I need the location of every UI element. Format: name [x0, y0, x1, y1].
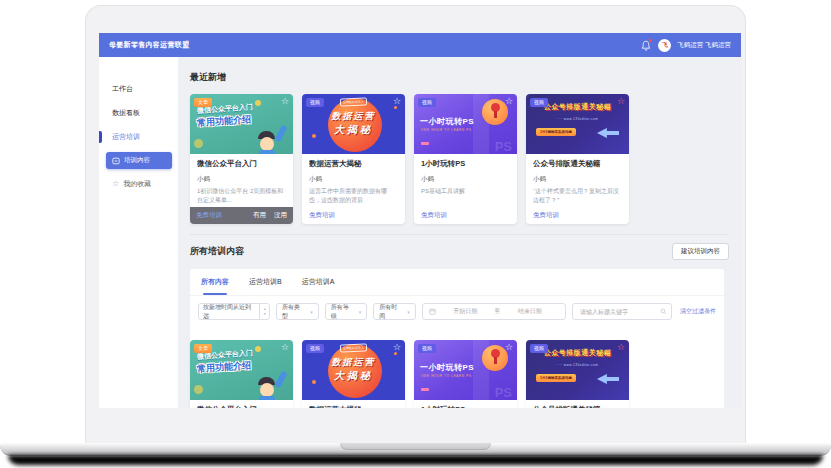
course-card[interactable]: 视频 ☆ 公众号排版通关秘籍 ···· www.135editor.com 1对…	[526, 94, 629, 224]
chevron-down-icon: ▾	[407, 309, 410, 315]
course-author: 小鹤	[533, 175, 622, 184]
sort-order-select[interactable]: 按新增时间从近到远 ▴▾	[198, 303, 270, 320]
course-author: 小鹤	[309, 175, 398, 184]
course-author: 小鹤	[197, 175, 286, 184]
course-title: 微信公众平台入门	[197, 405, 286, 408]
filter-bar: 按新增时间从近到远 ▴▾ 所有类型 ▾ 所有等级 ▾	[190, 296, 724, 328]
left-arrow-icon	[597, 128, 619, 138]
chevron-down-icon: ▾	[359, 309, 362, 315]
all-cards-row: 文章 ☆ 微信公众平台入门 常用功能介绍	[190, 340, 724, 408]
course-cover: 视频 ☆ 一小时玩转PS ONE HOUR TO LEARN PS PS	[414, 340, 517, 400]
level-select[interactable]: 所有等级 ▾	[325, 303, 368, 320]
recent-cards-row: 文章 ☆ 微信公众平台入门 常用功能介绍 微信公众平台入	[190, 94, 729, 224]
card-type-badge: 视频	[418, 344, 436, 353]
cover-watermark: PS	[495, 139, 512, 154]
search-input[interactable]	[578, 308, 660, 316]
course-title: 1小时玩转PS	[421, 159, 510, 169]
course-card[interactable]: 文章 ☆ 微信公众平台入门 常用功能介绍	[190, 340, 293, 408]
training-panel: 所有内容 运营培训B 运营培训A 按新增时间从近到远 ▴▾ 所有类型	[190, 269, 724, 408]
favorite-star-icon[interactable]: ☆	[617, 95, 625, 108]
sidebar-item-label: 培训内容	[124, 156, 150, 165]
left-arrow-icon	[597, 374, 619, 384]
clear-filters-link[interactable]: 清空过滤条件	[680, 307, 716, 316]
cover-banner: 1对1编辑器实操指南	[536, 128, 576, 136]
time-select[interactable]: 所有时间 ▾	[373, 303, 416, 320]
favorite-star-icon[interactable]: ☆	[505, 95, 513, 108]
active-indicator-bar	[99, 131, 102, 143]
free-training-label: 免费培训	[533, 211, 622, 220]
course-card[interactable]: 文章 ☆ 微信公众平台入门 常用功能介绍 微信公众平台入	[190, 94, 293, 224]
card-type-badge: 视频	[306, 98, 324, 107]
course-description: “这个样式要怎么用？复制之后没边框了？”	[533, 187, 622, 204]
tab-training-a[interactable]: 运营培训A	[302, 269, 335, 295]
end-date-placeholder: 结束日期	[500, 307, 559, 316]
card-type-badge: 文章	[194, 98, 212, 107]
favorite-star-icon[interactable]: ☆	[393, 95, 401, 108]
sidebar-item-favorites[interactable]: ☆ 我的收藏	[99, 173, 178, 195]
course-card[interactable]: 视频 ☆ 运营数据负责人 数据运营 大揭秘 数据运营大揭秘	[302, 340, 405, 408]
app-header: 母婴新零售内容运营联盟 飞 飞鹤运营 飞鹤运营	[99, 33, 741, 57]
course-cover: 文章 ☆ 微信公众平台入门 常用功能介绍	[190, 94, 293, 154]
card-type-badge: 视频	[306, 344, 324, 353]
tabs-bar: 所有内容 运营培训B 运营培训A	[190, 269, 724, 296]
suggest-training-button[interactable]: 建议培训内容	[672, 243, 729, 260]
calendar-icon	[429, 308, 436, 315]
cover-title-line: 大揭秘	[302, 123, 405, 137]
favorite-star-icon[interactable]: ☆	[281, 341, 289, 354]
course-card[interactable]: 视频 ☆ 一小时玩转PS ONE HOUR TO LEARN PS PS	[414, 94, 517, 224]
card-type-badge: 视频	[530, 98, 548, 107]
course-card[interactable]: 视频 ☆ 运营数据负责人 数据运营 大揭秘 数据运营大揭秘 小鹤	[302, 94, 405, 224]
user-name[interactable]: 飞鹤运营 飞鹤运营	[677, 41, 731, 50]
sidebar-item-dashboard[interactable]: 数据看板	[99, 101, 178, 125]
sidebar-item-training[interactable]: 运营培训	[99, 125, 178, 149]
search-icon	[660, 308, 667, 315]
sidebar-item-training-content[interactable]: 培训内容	[106, 152, 172, 169]
tab-training-b[interactable]: 运营培训B	[249, 269, 282, 295]
main-content: 最近新增 文章 ☆ 微信公众平台入门 常用功能介绍	[178, 57, 741, 408]
type-select[interactable]: 所有类型 ▾	[276, 303, 319, 320]
notification-bell-icon[interactable]	[640, 39, 652, 52]
course-title: 1小时玩转PS	[421, 405, 510, 408]
course-description: 运营工作中所需要的数据有哪些，这些数据的背后	[309, 187, 398, 204]
course-title: 公众号排版通关秘籍	[533, 405, 622, 408]
sidebar-item-label: 我的收藏	[123, 179, 151, 189]
keyword-search-field[interactable]	[572, 303, 672, 320]
app-title: 母婴新零售内容运营联盟	[109, 40, 634, 50]
cover-subtitle-line: ONE HOUR TO LEARN PS	[421, 128, 472, 132]
card-type-badge: 文章	[194, 344, 212, 353]
free-training-label: 免费培训	[196, 211, 245, 220]
sidebar-item-workbench[interactable]: 工作台	[99, 77, 178, 101]
cover-decoration	[255, 100, 261, 106]
tab-all-content[interactable]: 所有内容	[201, 269, 229, 295]
course-title: 数据运营大揭秘	[309, 159, 398, 169]
date-range-picker[interactable]: 开始日期 至 结束日期	[422, 303, 566, 320]
favorite-star-icon[interactable]: ☆	[393, 341, 401, 354]
free-training-label: 免费培训	[421, 211, 510, 220]
cover-badge: 运营数据负责人	[340, 98, 367, 107]
favorite-star-icon[interactable]: ☆	[617, 341, 625, 354]
cover-subtitle-line: ···· www.135editor.com	[526, 117, 629, 121]
course-description: 1初识微信公众平台 2页面模板和自定义菜单...	[197, 187, 286, 204]
laptop-screen-bezel: 母婴新零售内容运营联盟 飞 飞鹤运营 飞鹤运营 工作台 数据看板 运营培训	[85, 5, 746, 443]
cover-decoration	[194, 139, 203, 148]
laptop-shadow	[8, 455, 823, 465]
course-cover: 视频 ☆ 公众号排版通关秘籍 ···· www.135editor.com 1对…	[526, 94, 629, 154]
cover-title-line: 一小时玩转PS	[420, 116, 474, 127]
user-avatar[interactable]: 飞	[658, 39, 671, 52]
course-card[interactable]: 视频 ☆ 公众号排版通关秘籍 ···· www.135editor.com 1对…	[526, 340, 629, 408]
app-viewport: 母婴新零售内容运营联盟 飞 飞鹤运营 飞鹤运营 工作台 数据看板 运营培训	[99, 33, 741, 408]
course-cover: 文章 ☆ 微信公众平台入门 常用功能介绍	[190, 340, 293, 400]
course-card[interactable]: 视频 ☆ 一小时玩转PS ONE HOUR TO LEARN PS PS	[414, 340, 517, 408]
notification-dot	[649, 39, 652, 42]
course-cover: 视频 ☆ 运营数据负责人 数据运营 大揭秘	[302, 340, 405, 400]
useless-button[interactable]: 没用	[274, 211, 287, 220]
sidebar-item-label: 运营培训	[112, 132, 140, 142]
recent-section-title: 最近新增	[190, 71, 729, 84]
cover-title-line: 数据运营	[302, 110, 405, 123]
useful-button[interactable]: 有用	[253, 211, 266, 220]
course-cover: 视频 ☆ 运营数据负责人 数据运营 大揭秘	[302, 94, 405, 154]
course-title: 公众号排版通关秘籍	[533, 159, 622, 169]
favorite-star-icon[interactable]: ☆	[281, 95, 289, 108]
favorite-star-icon[interactable]: ☆	[505, 341, 513, 354]
spinner-arrows-icon[interactable]: ▴▾	[259, 304, 269, 319]
